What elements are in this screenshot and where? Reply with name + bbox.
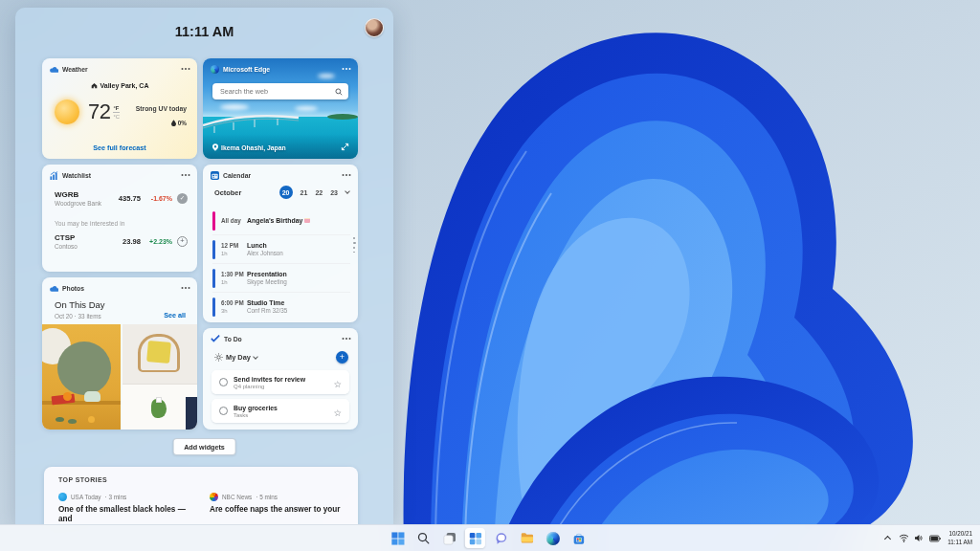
photo-decor [56,417,64,422]
event-color-bar [212,298,215,317]
scroll-dot [353,237,355,239]
event-time: 12 PM [221,242,247,249]
stock-row[interactable]: WGRB Woodgrove Bank 435.75 -1.67% [55,190,188,207]
photo-thumbnail[interactable] [42,324,121,430]
todo-task[interactable]: Send invites for review Q4 planning [212,370,349,394]
calendar-date[interactable]: 22 [315,189,323,196]
speaker-icon[interactable] [914,534,924,542]
event-title: Angela's Birthday [247,217,302,224]
story-headline[interactable]: Are coffee naps the answer to your [210,505,344,515]
location-pin-icon [212,143,218,151]
weather-menu-button[interactable] [178,64,192,75]
file-explorer-button[interactable] [517,528,537,548]
ellipsis-icon [345,174,347,176]
watchlist-menu-button[interactable] [178,170,192,181]
search-button[interactable] [413,528,434,548]
photo-thumbnail[interactable] [122,324,197,430]
edge-menu-button[interactable] [339,64,353,75]
photos-widget[interactable]: Photos On This Day Oct 20 · 33 items See… [42,277,197,430]
weather-condition-block: Strong UV today 0% [136,98,187,126]
story-headline[interactable]: One of the smallest black holes — and [58,505,192,524]
home-icon [91,82,98,89]
battery-icon[interactable] [929,535,941,542]
tray-clock[interactable]: 10/20/21 11:11 AM [947,530,977,545]
todo-title: To Do [224,336,242,342]
widgets-button[interactable] [465,528,485,548]
birthday-cake-icon [304,218,310,223]
tray-chevron-up-icon[interactable] [884,536,891,542]
calendar-menu-button[interactable] [339,170,353,181]
edge-title: Microsoft Edge [223,66,270,73]
widgets-column-left: Weather Valley Park, CA 72 °F °C [42,58,197,430]
calendar-date[interactable]: 21 [301,189,308,196]
edge-widget[interactable]: Microsoft Edge Ikema Ohashi, Japan [203,58,358,159]
todo-task[interactable]: Buy groceries Tasks [212,399,349,423]
task-checkbox[interactable] [219,407,228,415]
calendar-date-selected[interactable]: 20 [279,186,293,199]
ellipsis-icon [185,68,187,70]
news-story[interactable]: USA Today 3 mins One of the smallest bla… [58,493,192,524]
search-icon [335,88,343,96]
star-icon[interactable] [333,374,342,391]
photo-caption: Ikema Ohashi, Japan [212,143,286,151]
weather-location: Valley Park, CA [100,82,149,89]
todo-list-selector[interactable]: My Day [214,351,348,364]
weather-forecast-link[interactable]: See full forecast [42,143,197,152]
user-avatar[interactable] [365,18,384,37]
calendar-event[interactable]: 6:00 PM 3h Studio Time Conf Rm 32/35 [212,292,350,320]
edge-browser-button[interactable] [543,528,563,548]
todo-widget[interactable]: To Do My Day Send invites for rev [203,328,358,430]
start-button[interactable] [388,528,408,548]
watchlist-widget[interactable]: Watchlist WGRB Woodgrove Bank 435.75 -1.… [42,165,197,272]
todo-menu-button[interactable] [339,334,353,344]
stock-added-check-icon[interactable] [177,193,188,204]
unit-fahrenheit[interactable]: °F [113,105,120,113]
photo-decor [84,391,100,402]
unit-toggle[interactable]: °F °C [113,105,120,120]
add-widgets-button[interactable]: Add widgets [172,438,236,455]
calendar-scrollbar[interactable] [353,237,356,253]
weather-location-row[interactable]: Valley Park, CA [42,82,197,89]
add-task-button[interactable] [336,351,348,364]
taskbar: 10/20/21 11:11 AM [0,524,980,551]
edge-search-box[interactable] [212,83,348,99]
calendar-event[interactable]: All day Angela's Birthday [212,207,350,234]
chat-bubble-icon [494,532,507,545]
chevron-down-icon [253,354,258,360]
photos-see-all-link[interactable]: See all [164,311,186,320]
calendar-event[interactable]: 12 PM 1h Lunch Alex Johnson [212,234,350,263]
photos-cloud-icon [50,285,58,292]
calendar-event[interactable]: 1:30 PM 1h Presentation Skype Meeting [212,263,350,292]
microsoft-store-button[interactable] [568,528,589,548]
star-icon[interactable] [333,403,342,420]
chat-button[interactable] [491,528,511,548]
calendar-title: Calendar [223,172,251,179]
widgets-column-right: Microsoft Edge Ikema Ohashi, Japan [203,58,358,430]
event-duration: 1h [221,279,247,285]
calendar-widget[interactable]: Calendar October 20 21 22 23 [203,165,358,322]
event-title: Lunch [247,242,283,249]
stock-add-button[interactable] [177,236,188,247]
photos-menu-button[interactable] [178,283,192,294]
watchlist-title: Watchlist [62,172,91,179]
wifi-icon[interactable] [899,534,909,542]
photo-decor [88,416,95,423]
weather-temp: 72 [88,99,110,124]
weather-widget[interactable]: Weather Valley Park, CA 72 °F °C [42,58,197,159]
photo-decor [186,397,197,430]
calendar-date[interactable]: 23 [330,189,338,196]
watchlist-suggestion: You may be interested in [55,220,124,227]
unit-celsius[interactable]: °C [113,113,120,120]
chevron-down-icon[interactable] [345,188,350,194]
expand-icon[interactable] [341,143,349,151]
task-view-button[interactable] [439,528,459,548]
news-story[interactable]: NBC News 5 mins Are coffee naps the answ… [210,493,344,524]
photo-decor [63,392,72,401]
scroll-dot [353,252,355,253]
stock-price: 23.98 [122,237,141,246]
task-checkbox[interactable] [219,378,228,386]
event-title: Presentation [247,271,287,277]
edge-search-input[interactable] [218,86,335,97]
stock-row[interactable]: CTSP Contoso 23.98 +2.23% [55,233,188,250]
todo-task-list: Send invites for review Q4 planning Buy … [212,370,349,423]
